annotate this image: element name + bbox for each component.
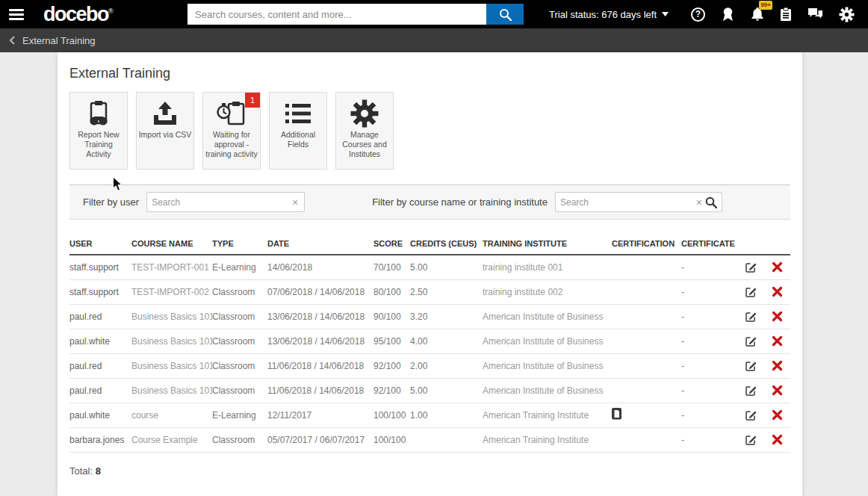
reports-button[interactable]: [780, 7, 792, 22]
training-table-body: staff.support TEST-IMPORT-001 E-Learning…: [69, 255, 790, 452]
cell-date: 11/06/2018 / 14/06/2018: [267, 378, 373, 403]
cell-credits: 2.50: [410, 279, 483, 304]
delete-x-icon: [772, 286, 783, 297]
cell-credits: 2.00: [410, 353, 483, 378]
delete-button[interactable]: [772, 360, 783, 371]
content-card: External Training Report New Training Ac…: [58, 52, 802, 496]
cell-certificate: -: [681, 279, 737, 304]
delete-button[interactable]: [772, 335, 783, 347]
cell-certificate: -: [681, 427, 737, 452]
cell-user: staff.support: [69, 255, 131, 279]
delete-button[interactable]: [772, 385, 783, 396]
help-icon: ?: [691, 7, 705, 22]
cell-certification: [612, 279, 681, 304]
filter-user-input[interactable]: [152, 197, 291, 208]
cell-credits: 1.00: [410, 403, 483, 427]
global-search-input[interactable]: [187, 4, 486, 25]
cell-certification: [612, 304, 681, 329]
cell-type: E-Learning: [212, 403, 267, 427]
chevron-down-icon: [662, 12, 669, 16]
edit-button[interactable]: [745, 409, 757, 421]
edit-button[interactable]: [745, 385, 757, 397]
cell-institute: American Institute of Business: [483, 353, 612, 378]
edit-icon: [745, 360, 757, 372]
filter-search-button[interactable]: [705, 196, 717, 208]
edit-button[interactable]: [745, 335, 757, 347]
cell-score: 92/100: [373, 378, 410, 403]
edit-button[interactable]: [745, 261, 757, 273]
report-training-icon: [84, 97, 114, 130]
cell-certificate: -: [681, 329, 737, 353]
cell-course: Business Basics 101: [131, 304, 212, 329]
delete-x-icon: [772, 385, 783, 396]
cell-institute: American Institute of Business: [483, 329, 612, 353]
delete-button[interactable]: [772, 311, 783, 322]
cell-user: paul.red: [69, 304, 131, 329]
delete-button[interactable]: [772, 434, 783, 445]
tile-label: Waiting for approval - training activity: [203, 130, 260, 159]
delete-button[interactable]: [772, 409, 783, 421]
table-row: paul.red Business Basics 101 Classroom 1…: [69, 378, 790, 403]
tile-label: Additional Fields: [270, 130, 326, 149]
cell-course: Business Basics 101: [131, 353, 212, 378]
admin-settings-button[interactable]: [839, 7, 855, 22]
certification-file-icon[interactable]: [612, 408, 622, 420]
breadcrumb-bar: External Training: [0, 28, 868, 52]
cell-date: 14/06/2018: [267, 255, 373, 279]
breadcrumb-title[interactable]: External Training: [22, 35, 96, 46]
delete-button[interactable]: [772, 261, 783, 273]
col-type: TYPE: [212, 239, 267, 255]
help-button[interactable]: ?: [691, 7, 705, 22]
cell-credits: 5.00: [410, 255, 483, 279]
tile-import-csv[interactable]: Import via CSV: [136, 92, 194, 170]
table-row: paul.red Business Basics 101 Classroom 1…: [69, 353, 790, 378]
edit-button[interactable]: [745, 360, 757, 372]
clear-user-filter-icon[interactable]: ×: [291, 197, 300, 208]
tile-waiting-approval[interactable]: Waiting for approval - training activity…: [202, 92, 261, 170]
cell-course: TEST-IMPORT-002: [131, 279, 212, 304]
cell-institute: American Institute of Business: [483, 378, 612, 403]
edit-button[interactable]: [745, 434, 757, 446]
cell-certification: [612, 378, 681, 403]
trial-status-dropdown[interactable]: Trial status: 676 days left: [549, 9, 669, 20]
docebo-logo[interactable]: docebo®: [33, 3, 187, 26]
edit-button[interactable]: [745, 286, 757, 298]
gamification-button[interactable]: [721, 7, 735, 22]
global-search: [187, 4, 524, 25]
tile-additional-fields[interactable]: Additional Fields: [269, 92, 327, 170]
table-row: staff.support TEST-IMPORT-001 E-Learning…: [69, 255, 790, 279]
table-row: staff.support TEST-IMPORT-002 Classroom …: [69, 279, 790, 304]
back-chevron-icon[interactable]: [9, 36, 15, 45]
col-training-institute: TRAINING INSTITUTE: [483, 239, 612, 255]
cell-course: Course Example: [131, 427, 212, 452]
cell-institute: American Training Institute: [483, 403, 612, 427]
hamburger-menu-icon[interactable]: [0, 0, 33, 28]
cell-institute: American Training Institute: [483, 427, 612, 452]
messages-button[interactable]: [807, 7, 823, 21]
notifications-button[interactable]: 99+: [751, 7, 764, 22]
medal-icon: [721, 7, 735, 22]
filter-course-field: ×: [555, 192, 722, 212]
cell-score: 100/100: [373, 427, 410, 452]
cell-course: Business Basics 101: [131, 378, 212, 403]
cell-course: course: [131, 403, 212, 427]
col-certification: CERTIFICATION: [612, 239, 681, 255]
clear-course-filter-icon[interactable]: ×: [695, 197, 704, 208]
col-actions-delete: [763, 239, 790, 255]
global-search-button[interactable]: [486, 4, 524, 25]
filter-course-input[interactable]: [560, 197, 695, 208]
cell-certification: [612, 353, 681, 378]
cell-institute: American Institute of Business: [483, 304, 612, 329]
col-date: DATE: [267, 239, 373, 255]
delete-button[interactable]: [772, 286, 783, 297]
col-credits: CREDITS (CEUS): [410, 239, 483, 255]
cell-institute: training institute 002: [483, 279, 612, 304]
cell-type: Classroom: [212, 427, 267, 452]
table-row: paul.white course E-Learning 12/11/2017 …: [69, 403, 790, 427]
tile-manage-courses[interactable]: Manage Courses and Institutes: [335, 92, 394, 170]
tile-report-new-training[interactable]: Report New Training Activity: [69, 92, 128, 170]
edit-button[interactable]: [745, 311, 757, 323]
delete-x-icon: [772, 335, 783, 347]
cell-date: 13/06/2018 / 14/06/2018: [267, 304, 373, 329]
edit-icon: [745, 385, 757, 397]
